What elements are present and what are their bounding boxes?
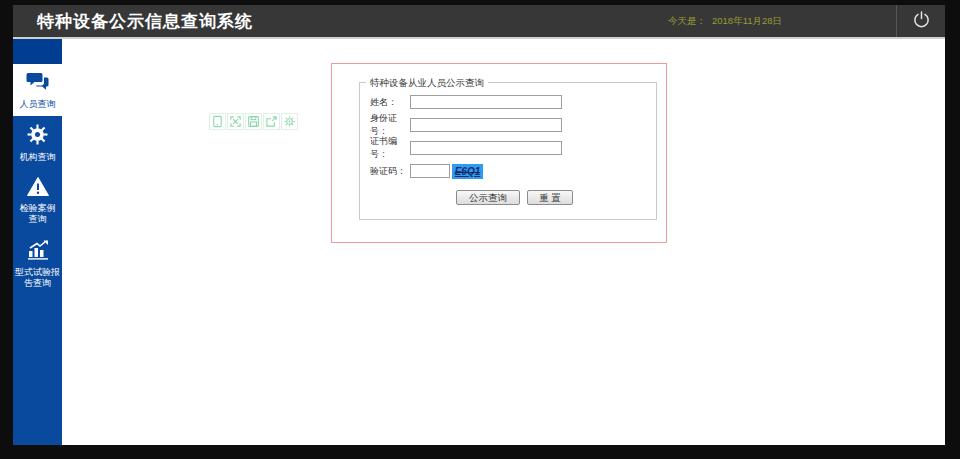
captcha-input[interactable] xyxy=(410,164,450,178)
mini-toolbar xyxy=(209,113,299,130)
captcha-row: 验证码： E6Q1 xyxy=(370,164,656,178)
date-display: 今天是： 2018年11月28日 xyxy=(668,5,782,37)
id-number-input[interactable] xyxy=(410,118,562,132)
captcha-code: E6Q1 xyxy=(455,166,481,177)
logout-button[interactable] xyxy=(897,5,945,37)
sidebar-item-label: 检验案例 查询 xyxy=(13,203,62,225)
sidebar-item-organization-query[interactable]: 机构查询 xyxy=(13,116,62,169)
button-row: 公示查询 重 置 xyxy=(456,190,656,205)
save-icon[interactable] xyxy=(245,113,262,130)
gear-icon xyxy=(13,124,62,149)
name-input[interactable] xyxy=(410,95,562,109)
captcha-image[interactable]: E6Q1 xyxy=(452,164,483,179)
power-icon xyxy=(912,10,931,33)
settings-icon[interactable] xyxy=(281,113,298,130)
main-content: 特种设备从业人员公示查询 姓名： 身份证号： 证书编号： 验证码： E6Q1 xyxy=(62,39,945,445)
sidebar-item-label: 人员查询 xyxy=(13,99,62,110)
device-icon[interactable] xyxy=(209,113,226,130)
query-fieldset: 特种设备从业人员公示查询 姓名： 身份证号： 证书编号： 验证码： E6Q1 xyxy=(359,82,657,220)
fieldset-legend: 特种设备从业人员公示查询 xyxy=(366,77,488,90)
header-bar: 特种设备公示信息查询系统 今天是： 2018年11月28日 xyxy=(13,5,945,37)
sidebar-item-personnel-query[interactable]: 人员查询 xyxy=(13,64,62,116)
sidebar-item-label: 型式试验报 告查询 xyxy=(13,267,62,289)
comments-icon xyxy=(13,72,62,96)
warning-icon xyxy=(13,177,62,200)
id-number-row: 身份证号： xyxy=(370,118,656,132)
sidebar: 人员查询 机构查询 xyxy=(13,39,62,445)
chart-icon xyxy=(13,239,62,264)
sidebar-item-inspection-case-query[interactable]: 检验案例 查询 xyxy=(13,169,62,231)
name-row: 姓名： xyxy=(370,95,656,109)
public-query-button[interactable]: 公示查询 xyxy=(456,190,520,205)
certificate-number-label: 证书编号： xyxy=(370,135,410,161)
certificate-number-input[interactable] xyxy=(410,141,562,155)
query-panel: 特种设备从业人员公示查询 姓名： 身份证号： 证书编号： 验证码： E6Q1 xyxy=(331,63,667,243)
sidebar-item-label: 机构查询 xyxy=(13,152,62,163)
certificate-number-row: 证书编号： xyxy=(370,141,656,155)
fullscreen-icon[interactable] xyxy=(227,113,244,130)
name-label: 姓名： xyxy=(370,96,410,109)
date-value: 2018年11月28日 xyxy=(712,15,782,28)
date-label: 今天是： xyxy=(668,15,706,28)
page-title: 特种设备公示信息查询系统 xyxy=(37,10,253,33)
reset-button[interactable]: 重 置 xyxy=(527,190,573,205)
sidebar-top-block xyxy=(13,39,62,64)
external-link-icon[interactable] xyxy=(263,113,280,130)
sidebar-item-type-test-report-query[interactable]: 型式试验报 告查询 xyxy=(13,231,62,295)
captcha-label: 验证码： xyxy=(370,165,410,178)
